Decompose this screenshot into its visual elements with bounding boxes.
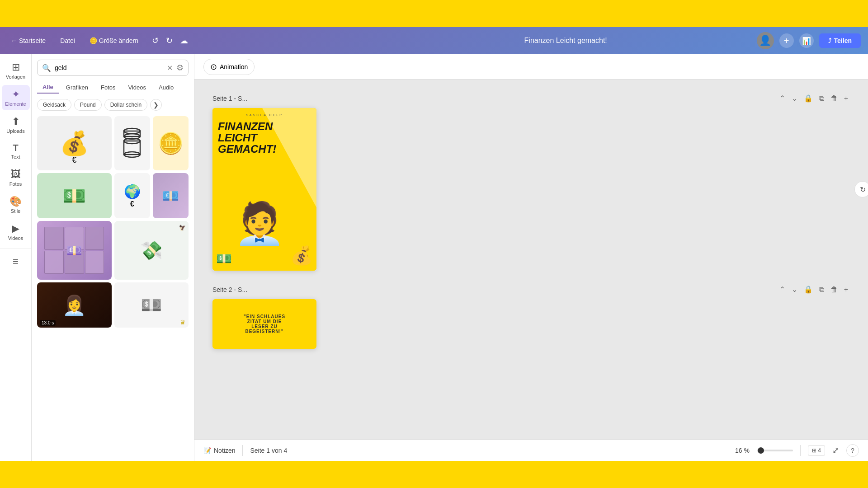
zoom-slider[interactable] bbox=[757, 450, 793, 451]
page-1-copy-button[interactable]: ⧉ bbox=[817, 94, 826, 103]
asset-item-flying-money[interactable]: 💸 🦅 bbox=[114, 221, 189, 280]
page-1-controls: ⌃ ⌄ 🔒 ⧉ 🗑 + bbox=[778, 93, 850, 103]
add-button[interactable]: + bbox=[779, 33, 794, 48]
refresh-button[interactable]: ↻ bbox=[854, 181, 868, 197]
notes-button[interactable]: 📝 Notizen bbox=[203, 447, 235, 454]
coin-stack-icon bbox=[121, 127, 143, 159]
canvas-content: Seite 1 - S... ⌃ ⌄ 🔒 ⧉ 🗑 + bbox=[194, 80, 868, 461]
search-filter-button[interactable]: ⚙ bbox=[176, 63, 184, 73]
asset-item-euro-notes[interactable]: 💷 bbox=[37, 221, 112, 280]
asset-item-money-bag[interactable]: 💰 € bbox=[37, 116, 112, 170]
size-button[interactable]: 🪙 Größe ändern bbox=[86, 35, 142, 46]
sidebar-item-stile[interactable]: 🎨 Stile bbox=[2, 192, 30, 217]
back-button[interactable]: ← Startseite bbox=[7, 35, 49, 46]
uploads-label: Uploads bbox=[6, 128, 24, 134]
sidebar-item-vorlagen[interactable]: ⊞ Vorlagen bbox=[2, 58, 30, 83]
page-2-delete-button[interactable]: 🗑 bbox=[829, 285, 840, 295]
title-line-3: GEMACHT! bbox=[218, 143, 311, 155]
size-label: Größe ändern bbox=[99, 37, 138, 44]
asset-pair-euro: 🌍 € 💶 bbox=[114, 173, 189, 218]
notes-icon: 📝 bbox=[203, 447, 211, 454]
videos-icon: ▶ bbox=[12, 223, 19, 235]
stats-button[interactable]: 📊 bbox=[799, 33, 814, 48]
page-section-2: Seite 2 - S... ⌃ ⌄ 🔒 ⧉ 🗑 + "EIN SCHLAUES… bbox=[212, 284, 850, 349]
topbar-right: 👤 + 📊 ⤴ Teilen bbox=[757, 32, 861, 49]
tag-more-button[interactable]: ❯ bbox=[150, 99, 162, 111]
page-1-header: Seite 1 - S... ⌃ ⌄ 🔒 ⧉ 🗑 + bbox=[212, 93, 850, 103]
page-1-up-button[interactable]: ⌃ bbox=[778, 93, 787, 103]
notes-label: Notizen bbox=[214, 447, 235, 454]
video-duration: 13.0 s bbox=[40, 320, 56, 326]
asset-item-cash-pile[interactable]: 💶 bbox=[153, 173, 189, 218]
video-person-emoji: 👩‍💼 bbox=[62, 294, 86, 316]
asset-pair-coins: 🪙 bbox=[114, 116, 189, 170]
tag-geldsack[interactable]: Geldsack bbox=[37, 99, 71, 111]
page-1-add-button[interactable]: + bbox=[842, 94, 850, 103]
avatar-icon: 👤 bbox=[759, 35, 771, 47]
page-info: Seite 1 von 4 bbox=[250, 447, 287, 454]
bg-yellow-top bbox=[0, 0, 868, 27]
search-input[interactable] bbox=[55, 64, 163, 71]
search-panel: 🔍 ✕ ⚙ Alle Grafiken Fotos Videos Audio G… bbox=[32, 54, 194, 461]
stile-label: Stile bbox=[11, 208, 20, 214]
sidebar-item-texture[interactable]: ≡ bbox=[2, 252, 30, 272]
help-button[interactable]: ? bbox=[846, 444, 859, 457]
assets-grid: 💰 € 🪙 bbox=[37, 116, 189, 328]
videos-label: Videos bbox=[8, 235, 23, 241]
redo-button[interactable]: ↻ bbox=[163, 34, 175, 47]
asset-item-video-person[interactable]: 👩‍💼 13.0 s bbox=[37, 282, 112, 328]
sidebar-item-videos[interactable]: ▶ Videos bbox=[2, 219, 30, 244]
asset-item-green-bills[interactable]: 💵 bbox=[37, 173, 112, 218]
tab-fotos[interactable]: Fotos bbox=[95, 81, 121, 94]
asset-item-money-outline[interactable]: 💵 ♛ bbox=[114, 282, 189, 328]
fullscreen-button[interactable]: ⤢ bbox=[832, 446, 839, 455]
page-1-delete-button[interactable]: 🗑 bbox=[829, 94, 840, 103]
tag-pound[interactable]: Pound bbox=[74, 99, 102, 111]
project-title: Finanzen Leicht gemacht! bbox=[382, 37, 750, 45]
page-2-lock-button[interactable]: 🔒 bbox=[802, 284, 815, 295]
view-count-button[interactable]: ⊞ 4 bbox=[808, 445, 825, 456]
file-button[interactable]: Datei bbox=[57, 35, 79, 46]
sidebar-item-fotos[interactable]: 🖼 Fotos bbox=[2, 165, 30, 190]
slide-1-money-bag: 💰 bbox=[290, 245, 313, 266]
share-button[interactable]: ⤴ Teilen bbox=[819, 33, 861, 48]
cash-pile-bg: 💶 bbox=[153, 173, 189, 218]
tab-videos[interactable]: Videos bbox=[123, 81, 152, 94]
tag-dollar-schein[interactable]: Dollar schein bbox=[104, 99, 147, 111]
page-2-up-button[interactable]: ⌃ bbox=[778, 284, 787, 295]
vorlagen-label: Vorlagen bbox=[6, 74, 25, 80]
page-2-copy-button[interactable]: ⧉ bbox=[817, 285, 826, 295]
page-1-lock-button[interactable]: 🔒 bbox=[802, 93, 815, 103]
tab-audio[interactable]: Audio bbox=[153, 81, 179, 94]
tab-alle[interactable]: Alle bbox=[37, 81, 59, 94]
asset-item-coin-stack-dark[interactable] bbox=[114, 116, 150, 170]
view-count: 4 bbox=[818, 447, 821, 454]
sidebar-item-text[interactable]: T Text bbox=[2, 139, 30, 163]
undo-button[interactable]: ↺ bbox=[149, 34, 161, 47]
page-2-add-button[interactable]: + bbox=[842, 285, 850, 295]
avatar[interactable]: 👤 bbox=[757, 32, 774, 49]
topbar-left: ← Startseite Datei 🪙 Größe ändern ↺ ↻ ☁ bbox=[7, 34, 375, 47]
back-icon: ← bbox=[11, 37, 17, 44]
text-label: Text bbox=[11, 154, 20, 160]
divider-1 bbox=[242, 445, 243, 456]
texture-icon: ≡ bbox=[13, 256, 19, 267]
topbar: ← Startseite Datei 🪙 Größe ändern ↺ ↻ ☁ … bbox=[0, 27, 868, 54]
slide-1[interactable]: SASCHA DELP FINANZEN LEICHT GEMACHT! 🧑‍💼 bbox=[212, 108, 316, 271]
animation-button[interactable]: ⊙ Animation bbox=[203, 59, 255, 75]
page-1-down-button[interactable]: ⌄ bbox=[790, 93, 799, 103]
page-2-down-button[interactable]: ⌄ bbox=[790, 284, 799, 295]
undo-redo-group: ↺ ↻ ☁ bbox=[149, 34, 191, 47]
tab-grafiken[interactable]: Grafiken bbox=[61, 81, 94, 94]
sidebar-item-uploads[interactable]: ⬆ Uploads bbox=[2, 112, 30, 137]
asset-item-gold-coins[interactable]: 🪙 bbox=[153, 116, 189, 170]
gold-coins-emoji: 🪙 bbox=[158, 131, 184, 155]
sidebar-item-elemente[interactable]: ✦ Elemente bbox=[2, 85, 30, 110]
search-clear-button[interactable]: ✕ bbox=[167, 64, 173, 72]
asset-item-euro-globe[interactable]: 🌍 € bbox=[114, 173, 150, 218]
slide-1-bills: 💵 bbox=[216, 251, 232, 266]
cloud-button[interactable]: ☁ bbox=[177, 34, 191, 47]
text-icon: T bbox=[13, 143, 18, 153]
wings-icon: 🦅 bbox=[179, 225, 186, 231]
slide-2[interactable]: "EIN SCHLAUES ZITAT UM DIE LESER ZU BEGE… bbox=[212, 299, 316, 349]
